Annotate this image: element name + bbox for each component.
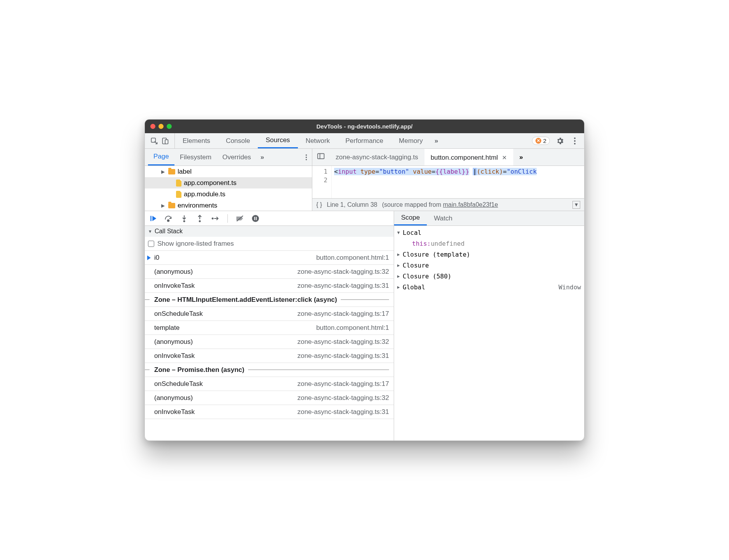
navigator-panel: PageFilesystemOverrides » (145, 149, 312, 166)
collapse-icon: ▼ (148, 229, 152, 234)
sub-tab-filesystem[interactable]: Filesystem (174, 149, 217, 166)
stack-frame[interactable]: onInvokeTaskzone-async-stack-tagging.ts:… (145, 279, 394, 293)
code-content[interactable]: <input type="button" value={{label}} |(c… (332, 166, 584, 198)
main-tab-elements[interactable]: Elements (175, 133, 218, 148)
stack-frame[interactable]: onInvokeTaskzone-async-stack-tagging.ts:… (145, 349, 394, 363)
main-tab-console[interactable]: Console (218, 133, 258, 148)
pause-exceptions-icon[interactable] (251, 214, 260, 223)
collapse-bottom-icon[interactable]: ▼ (572, 201, 580, 209)
scope-entry[interactable]: ▶Closure (580) (397, 271, 581, 282)
resume-icon[interactable] (149, 214, 157, 223)
more-tabs-icon[interactable]: » (431, 137, 442, 145)
svg-point-8 (306, 159, 307, 160)
svg-rect-9 (318, 153, 324, 158)
folder-icon (168, 169, 175, 174)
scope-entry[interactable]: ▶Closure (template) (397, 249, 581, 260)
scope-tab-watch[interactable]: Watch (427, 211, 460, 225)
scope-entry[interactable]: ▶Closure (397, 260, 581, 271)
expand-icon: ▶ (161, 169, 166, 174)
scope-tab-scope[interactable]: Scope (394, 211, 427, 225)
async-boundary: Zone – HTMLInputElement.addEventListener… (145, 293, 394, 307)
svg-point-5 (574, 143, 576, 144)
error-icon: ✕ (535, 138, 541, 144)
svg-point-13 (183, 220, 185, 222)
svg-point-15 (212, 217, 214, 219)
devtools-main-toolbar: ElementsConsoleSourcesNetworkPerformance… (145, 133, 584, 149)
device-toolbar-icon[interactable] (160, 136, 170, 146)
stack-frame[interactable]: onScheduleTaskzone-async-stack-tagging.t… (145, 377, 394, 391)
debugger-toolbar (145, 211, 394, 226)
stack-frame[interactable]: (anonymous)zone-async-stack-tagging.ts:3… (145, 391, 394, 405)
main-tab-memory[interactable]: Memory (391, 133, 430, 148)
file-tree[interactable]: ▶labelapp.component.tsapp.module.ts▶envi… (145, 166, 312, 211)
more-subtabs-icon[interactable]: » (257, 153, 268, 161)
step-icon[interactable] (211, 214, 220, 223)
expand-icon: ▶ (397, 282, 403, 293)
svg-point-17 (252, 215, 259, 222)
scope-panel: ScopeWatch ▼Localthis: undefined▶Closure… (394, 211, 584, 440)
cursor-position: Line 1, Column 38 (327, 201, 377, 208)
debugger-panel: ▼ Call Stack Show ignore-listed frames i… (145, 211, 394, 440)
close-tab-icon[interactable]: ✕ (502, 154, 507, 161)
kebab-menu-icon[interactable] (570, 136, 579, 146)
tree-folder[interactable]: ▶label (145, 166, 312, 177)
expand-icon: ▼ (397, 227, 403, 238)
stack-frame[interactable]: onScheduleTaskzone-async-stack-tagging.t… (145, 307, 394, 321)
svg-rect-19 (256, 217, 257, 220)
editor-tabstrip: zone-async-stack-tagging.tsbutton.compon… (312, 149, 584, 166)
deactivate-breakpoints-icon[interactable] (236, 214, 244, 223)
step-into-icon[interactable] (180, 214, 188, 223)
scope-entry[interactable]: ▼Local (397, 227, 581, 238)
tree-folder[interactable]: ▶environments (145, 200, 312, 211)
main-tab-performance[interactable]: Performance (338, 133, 391, 148)
code-editor[interactable]: 1 2 <input type="button" value={{label}}… (312, 166, 584, 198)
stack-frame[interactable]: (anonymous)zone-async-stack-tagging.ts:3… (145, 265, 394, 279)
file-icon (176, 180, 181, 187)
sub-tab-overrides[interactable]: Overrides (217, 149, 257, 166)
toggle-navigator-icon[interactable] (312, 153, 329, 162)
main-tab-sources[interactable]: Sources (258, 133, 298, 148)
svg-point-12 (167, 220, 169, 222)
line-gutter: 1 2 (312, 166, 332, 198)
stack-frame[interactable]: i0button.component.html:1 (145, 251, 394, 265)
inspect-element-icon[interactable] (150, 136, 159, 146)
step-over-icon[interactable] (164, 214, 173, 223)
svg-point-3 (574, 137, 576, 139)
more-file-tabs-icon[interactable]: » (516, 153, 527, 161)
svg-point-6 (306, 154, 307, 155)
async-boundary: Zone – Promise.then (async) (145, 363, 394, 377)
file-tab[interactable]: button.component.html✕ (424, 149, 513, 166)
tree-file[interactable]: app.module.ts (145, 188, 312, 200)
pretty-print-icon[interactable]: { } (316, 201, 322, 208)
svg-point-4 (574, 140, 576, 142)
checkbox-icon (148, 241, 154, 247)
editor-statusbar: { } Line 1, Column 38 (source mapped fro… (312, 198, 584, 211)
expand-icon: ▶ (397, 271, 403, 282)
svg-rect-11 (150, 216, 151, 221)
stack-frame[interactable]: (anonymous)zone-async-stack-tagging.ts:3… (145, 335, 394, 349)
navigator-menu-icon[interactable] (301, 154, 312, 161)
sourcemap-link[interactable]: main.fa8bfa0e23f1e (443, 201, 498, 208)
sub-tab-page[interactable]: Page (148, 149, 174, 166)
expand-icon: ▶ (397, 260, 403, 271)
tree-file[interactable]: app.component.ts (145, 177, 312, 188)
expand-icon: ▶ (397, 249, 403, 260)
stack-frame[interactable]: templatebutton.component.html:1 (145, 321, 394, 335)
scope-entry[interactable]: this: undefined (397, 238, 581, 249)
file-tab[interactable]: zone-async-stack-tagging.ts (329, 149, 424, 166)
folder-icon (168, 203, 175, 208)
call-stack-header[interactable]: ▼ Call Stack (145, 226, 394, 237)
stack-frame[interactable]: onInvokeTaskzone-async-stack-tagging.ts:… (145, 405, 394, 419)
error-count-badge[interactable]: ✕ 2 (532, 137, 550, 145)
svg-point-14 (199, 220, 201, 222)
settings-gear-icon[interactable] (555, 136, 565, 146)
svg-rect-18 (254, 217, 255, 220)
error-count: 2 (543, 137, 546, 144)
file-icon (176, 191, 181, 198)
show-ignore-listed-checkbox[interactable]: Show ignore-listed frames (145, 237, 394, 251)
scope-entry[interactable]: ▶GlobalWindow (397, 282, 581, 293)
devtools-window: DevTools - ng-devtools.netlify.app/ Elem… (144, 119, 585, 441)
step-out-icon[interactable] (195, 214, 204, 223)
main-tab-network[interactable]: Network (298, 133, 338, 148)
svg-point-7 (306, 157, 307, 158)
